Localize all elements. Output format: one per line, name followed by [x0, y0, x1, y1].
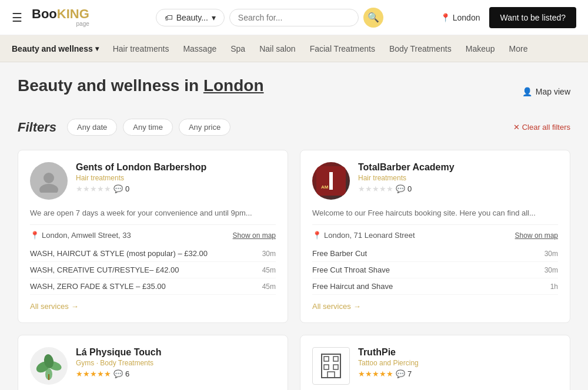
card-info: TruthPie Tattoo and Piercing ★★★★★ 💬 7 — [358, 347, 558, 385]
chat-icon: 💬 — [396, 369, 405, 378]
svg-rect-12 — [333, 357, 338, 361]
card-header: AM TotalBarber Academy Hair treatments ★… — [312, 162, 558, 200]
service-duration: 1h — [550, 283, 558, 291]
svg-rect-14 — [333, 365, 338, 369]
card-info: Gents of London Barbershop Hair treatmen… — [76, 162, 276, 200]
category-icon: 🏷 — [165, 13, 173, 22]
category-label: Beauty... — [176, 13, 208, 22]
card-category: Gyms · Body Treatments — [76, 359, 276, 367]
location-pin-icon: 📍 — [440, 13, 450, 22]
service-duration: 30m — [544, 250, 558, 258]
header: ☰ BooKING page 🏷 Beauty... ▾ 🔍 📍 London … — [0, 0, 588, 35]
avatar — [30, 347, 68, 385]
service-name: Free Cut Throat Shave — [312, 265, 390, 274]
svg-rect-13 — [324, 365, 329, 369]
card-rating: ★★★★★ 💬 0 — [76, 184, 276, 193]
card-name: Gents of London Barbershop — [76, 162, 276, 173]
service-name: Free Barber Cut — [312, 249, 367, 258]
all-services-link[interactable]: All services → — [30, 302, 276, 311]
clear-icon: ✕ — [513, 123, 520, 132]
card-location: 📍 London, Amwell Street, 33 Show on map — [30, 224, 276, 240]
search-button[interactable]: 🔍 — [363, 8, 383, 28]
map-view-link[interactable]: 👤 Map view — [522, 87, 570, 96]
card-header: Gents of London Barbershop Hair treatmen… — [30, 162, 276, 200]
any-date-filter[interactable]: Any date — [67, 119, 117, 136]
service-row: Free Barber Cut 30m — [312, 246, 558, 262]
logo[interactable]: BooKING page — [32, 8, 89, 27]
service-name: Free Haircut and Shave — [312, 282, 393, 291]
map-view-icon: 👤 — [522, 87, 532, 96]
location-selector[interactable]: 📍 London — [440, 13, 480, 22]
card-services: Free Barber Cut 30m Free Cut Throat Shav… — [312, 246, 558, 295]
chevron-down-icon: ▾ — [212, 13, 216, 22]
logo-text: BooKING — [32, 8, 89, 21]
svg-rect-10 — [322, 354, 340, 378]
service-duration: 45m — [262, 266, 276, 274]
svg-rect-15 — [328, 372, 335, 378]
nav-item-massage[interactable]: Massage — [183, 42, 216, 56]
category-select[interactable]: 🏷 Beauty... ▾ — [156, 9, 225, 26]
card-services: WASH, HAIRCUT & STYLE (most popular) – £… — [30, 246, 276, 295]
service-duration: 30m — [262, 250, 276, 258]
service-duration: 30m — [544, 266, 558, 274]
card-location: 📍 London, 71 Leonard Street Show on map — [312, 224, 558, 240]
nav-item-body-treatments[interactable]: Body Treatments — [389, 42, 452, 56]
any-price-filter[interactable]: Any price — [179, 119, 230, 136]
location-label: London — [453, 13, 480, 22]
card-name: Lá Physique Touch — [76, 347, 276, 358]
card-category: Hair treatments — [358, 174, 558, 182]
card-info: Lá Physique Touch Gyms · Body Treatments… — [76, 347, 276, 385]
service-row: WASH, CREATIVE CUT/RESTYLE– £42.00 45m — [30, 262, 276, 278]
card-rating: ★★★★★ 💬 0 — [358, 184, 558, 193]
card-rating: ★★★★★ 💬 6 — [76, 369, 276, 378]
search-area: 🏷 Beauty... ▾ 🔍 — [108, 8, 431, 28]
location-text: London, Amwell Street, 33 — [42, 231, 131, 240]
reviews-count: 0 — [125, 184, 129, 193]
nav-item-more[interactable]: More — [509, 42, 528, 56]
card-totalbarber: AM TotalBarber Academy Hair treatments ★… — [300, 150, 570, 323]
nav-item-spa[interactable]: Spa — [230, 42, 245, 56]
nav-item-beauty-wellness[interactable]: Beauty and wellness ▾ — [12, 42, 99, 56]
avatar — [30, 162, 68, 200]
show-on-map-link[interactable]: Show on map — [233, 231, 276, 240]
location-link[interactable]: London — [203, 76, 264, 95]
search-box — [229, 9, 359, 26]
want-to-be-listed-button[interactable]: Want to be listed? — [489, 7, 576, 28]
nav-item-makeup[interactable]: Makeup — [466, 42, 495, 56]
svg-rect-3 — [329, 172, 333, 190]
filters-label: Filters — [18, 120, 56, 135]
service-name: WASH, HAIRCUT & STYLE (most popular) – £… — [30, 249, 208, 258]
reviews-count: 0 — [407, 184, 412, 193]
card-category: Tattoo and Piercing — [358, 359, 558, 367]
card-rating: ★★★★★ 💬 7 — [358, 369, 558, 378]
svg-point-1 — [39, 184, 58, 193]
chat-icon: 💬 — [113, 369, 123, 378]
nav-item-facial-treatments[interactable]: Facial Treatments — [310, 42, 375, 56]
map-view-label: Map view — [536, 87, 570, 96]
card-truthpie: TruthPie Tattoo and Piercing ★★★★★ 💬 7 H… — [300, 335, 570, 390]
service-name: WASH, ZERO FADE & STYLE – £35.00 — [30, 282, 166, 291]
avatar — [312, 347, 350, 385]
clear-filters-label: Clear all filters — [522, 123, 570, 132]
any-time-filter[interactable]: Any time — [123, 119, 173, 136]
clear-filters-button[interactable]: ✕ Clear all filters — [513, 123, 570, 132]
service-name: WASH, CREATIVE CUT/RESTYLE– £42.00 — [30, 265, 179, 274]
show-on-map-link[interactable]: Show on map — [515, 231, 558, 240]
filters-row: Filters Any date Any time Any price ✕ Cl… — [18, 119, 570, 136]
hamburger-icon[interactable]: ☰ — [12, 11, 22, 25]
title-row: Beauty and wellness in London 👤 Map view — [18, 76, 570, 107]
nav-item-hair-treatments[interactable]: Hair treatments — [113, 42, 169, 56]
search-input[interactable] — [238, 13, 326, 22]
service-row: WASH, HAIRCUT & STYLE (most popular) – £… — [30, 246, 276, 262]
card-gents: Gents of London Barbershop Hair treatmen… — [18, 150, 288, 323]
all-services-link[interactable]: All services → — [312, 302, 558, 311]
pin-icon: 📍 — [312, 231, 322, 240]
card-laphysique: Lá Physique Touch Gyms · Body Treatments… — [18, 335, 288, 390]
avatar: AM — [312, 162, 350, 200]
nav-item-nail-salon[interactable]: Nail salon — [259, 42, 295, 56]
card-category: Hair treatments — [76, 174, 276, 182]
chat-icon: 💬 — [113, 184, 123, 193]
card-description: We are open 7 days a week for your conve… — [30, 208, 276, 218]
pin-icon: 📍 — [30, 231, 39, 240]
service-row: Free Haircut and Shave 1h — [312, 278, 558, 295]
